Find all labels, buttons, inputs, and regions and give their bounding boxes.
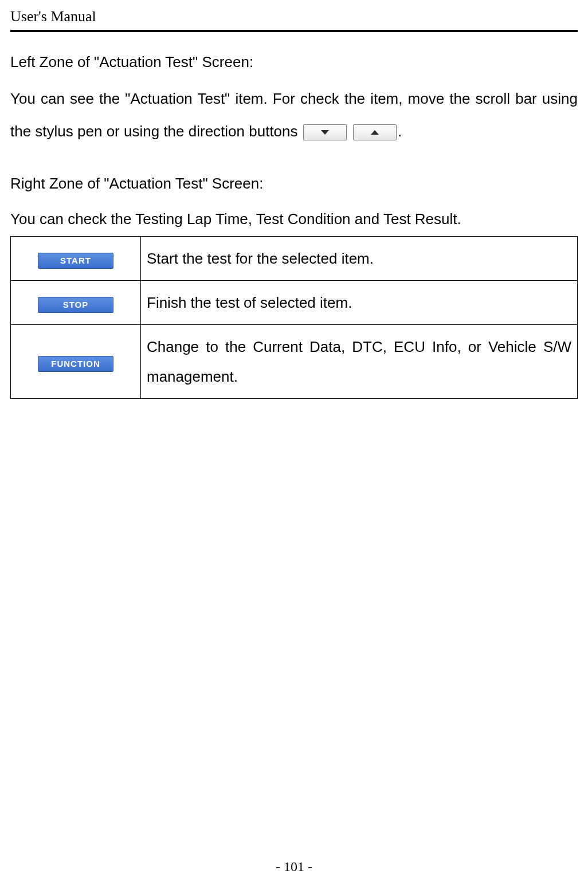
table-row: STOP Finish the test of selected item. [11, 281, 578, 325]
stop-description: Finish the test of selected item. [141, 281, 578, 325]
page-number: - 101 - [0, 859, 588, 875]
right-zone-heading: Right Zone of "Actuation Test" Screen: [10, 168, 578, 198]
left-zone-text-part1: You can see the "Actuation Test" item. F… [10, 90, 578, 140]
left-zone-paragraph: You can see the "Actuation Test" item. F… [10, 83, 578, 148]
button-cell-start: START [11, 237, 141, 281]
start-description: Start the test for the selected item. [141, 237, 578, 281]
running-header: User's Manual [10, 8, 578, 28]
direction-down-button[interactable] [303, 124, 347, 140]
function-description: Change to the Current Data, DTC, ECU Inf… [141, 325, 578, 399]
header-rule [10, 30, 578, 32]
button-cell-stop: STOP [11, 281, 141, 325]
button-cell-function: FUNCTION [11, 325, 141, 399]
direction-up-button[interactable] [353, 124, 397, 140]
buttons-table: START Start the test for the selected it… [10, 236, 578, 399]
function-button[interactable]: FUNCTION [38, 356, 113, 372]
table-row: START Start the test for the selected it… [11, 237, 578, 281]
stop-button[interactable]: STOP [38, 297, 113, 313]
left-zone-period: . [398, 123, 402, 140]
table-row: FUNCTION Change to the Current Data, DTC… [11, 325, 578, 399]
left-zone-heading: Left Zone of "Actuation Test" Screen: [10, 47, 578, 77]
start-button[interactable]: START [38, 253, 113, 269]
chevron-up-icon [371, 130, 379, 135]
chevron-down-icon [321, 130, 329, 135]
right-zone-intro: You can check the Testing Lap Time, Test… [10, 204, 578, 234]
